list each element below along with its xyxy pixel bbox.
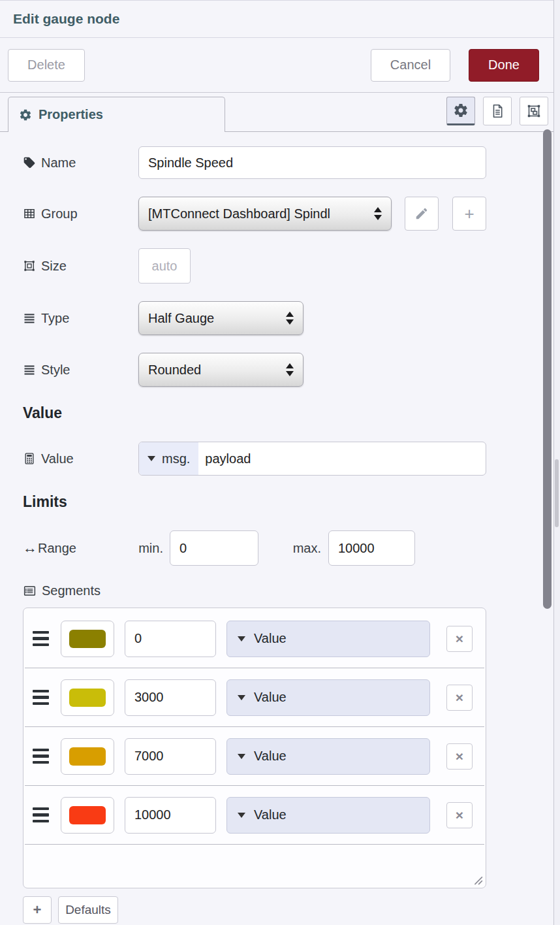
range-min-input[interactable] [170,530,258,566]
caret-down-icon [238,813,245,818]
type-row: Type Half Gauge [23,301,560,335]
object-group-icon [526,103,542,119]
segment-color [69,630,106,648]
drag-handle-icon[interactable] [33,631,49,647]
range-max-label: max. [287,541,321,556]
range-label: ↔ Range [23,541,138,556]
tab-properties[interactable]: Properties [8,97,225,132]
segment-type-select[interactable]: Value [226,797,430,834]
group-select[interactable]: [MTConnect Dashboard] Spindl [138,197,392,231]
segment-color-button[interactable] [61,797,114,834]
segment-type-select[interactable]: Value [226,621,430,657]
size-row: Size auto [23,248,560,284]
tab-properties-label: Properties [39,107,103,122]
value-row: Value msg. [23,442,560,476]
tab-bar: Properties [0,93,560,132]
group-row: Group [MTConnect Dashboard] Spindl + [23,197,560,231]
name-label-text: Name [41,155,76,170]
segment-color-button[interactable] [61,621,114,657]
segment-color [69,689,106,707]
value-section-heading: Value [23,404,560,422]
gear-icon [19,108,32,122]
segment-value-input[interactable] [125,621,216,657]
object-size-icon [23,259,36,272]
gear-icon [453,103,469,118]
segments-label-text: Segments [42,583,101,598]
table-icon [23,207,36,220]
list-icon [23,312,36,325]
name-input[interactable] [138,146,486,179]
remove-segment-button[interactable]: × [446,626,473,652]
outer-scrollbar-thumb[interactable] [555,459,559,527]
remove-segment-button[interactable]: × [446,802,473,828]
pencil-icon [414,206,429,221]
done-button[interactable]: Done [469,49,539,82]
drag-handle-icon[interactable] [33,807,49,823]
scrollbar-thumb[interactable] [543,129,552,609]
list-alt-icon [23,584,37,598]
segment-color-button[interactable] [61,738,114,775]
segment-value-input[interactable] [125,797,216,834]
range-min-label: min. [138,541,163,556]
segment-row: Value × [23,786,486,844]
arrows-h-icon: ↔ [23,541,37,555]
drag-handle-icon[interactable] [33,690,49,706]
remove-segment-button[interactable]: × [446,685,473,711]
calculator-icon [23,452,36,465]
resize-handle[interactable] [473,875,483,885]
segment-row: Value × [23,609,486,668]
size-label-text: Size [41,259,67,274]
segment-type-select[interactable]: Value [226,679,430,716]
description-view-button[interactable] [483,97,512,125]
edit-group-button[interactable] [405,197,439,231]
group-label: Group [23,206,138,221]
style-select[interactable]: Rounded [138,353,303,387]
appearance-view-button[interactable] [520,97,548,125]
drag-handle-icon[interactable] [33,749,49,764]
value-type-prefix[interactable]: msg. [139,442,198,475]
cancel-button[interactable]: Cancel [371,49,450,82]
size-auto-button[interactable]: auto [138,248,191,284]
properties-form: Name Group [MTConnect Dashboard] Spindl … [0,132,560,924]
range-label-text: Range [38,541,76,556]
segments-label: Segments [23,583,560,598]
segment-row: Value × [23,668,486,726]
value-label: Value [23,451,138,466]
delete-button[interactable]: Delete [8,49,85,82]
add-segment-button[interactable]: + [23,896,52,924]
style-row: Style Rounded [23,353,560,387]
segment-color [69,747,106,766]
value-input[interactable] [198,442,486,475]
dialog-title: Edit gauge node [13,11,119,27]
add-group-button[interactable]: + [452,197,486,231]
remove-segment-button[interactable]: × [446,743,473,770]
tab-actions [446,97,548,125]
segment-color [69,806,106,824]
value-prefix-label: msg. [162,451,190,466]
style-select-value: Rounded [148,363,281,378]
segment-separator [25,844,484,845]
style-label: Style [23,363,138,378]
type-label-text: Type [41,311,69,326]
range-max-input[interactable] [328,530,415,566]
segment-color-button[interactable] [61,679,114,716]
type-select[interactable]: Half Gauge [138,301,303,335]
segment-type-select[interactable]: Value [226,738,430,775]
segment-type-label: Value [254,631,287,646]
select-stepper-icon [374,207,382,220]
segment-value-input[interactable] [125,679,216,716]
group-select-value: [MTConnect Dashboard] Spindl [148,206,369,221]
edit-gauge-node-dialog: Edit gauge node Delete Cancel Done Prope… [0,0,560,925]
caret-down-icon [238,695,245,700]
segment-row: Value × [23,727,486,785]
defaults-button[interactable]: Defaults [58,896,118,924]
style-label-text: Style [41,363,70,378]
segment-value-input[interactable] [125,738,216,775]
dialog-header: Edit gauge node [0,0,560,38]
tag-icon [23,156,36,169]
segment-type-label: Value [254,690,287,705]
properties-view-button[interactable] [446,97,475,125]
name-label: Name [23,155,138,170]
segment-type-label: Value [254,807,287,822]
dialog-toolbar: Delete Cancel Done [0,38,560,93]
